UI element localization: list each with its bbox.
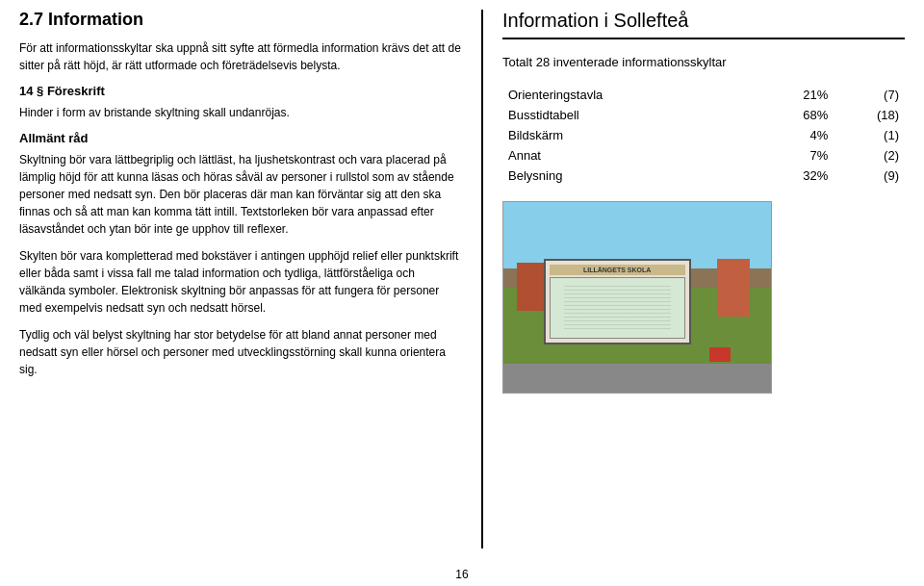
stat-pct: 4% — [762, 125, 834, 145]
allman-text-3: Tydlig och väl belyst skyltning har stor… — [19, 326, 462, 378]
foreskrift-text: Hinder i form av bristande skyltning ska… — [19, 104, 462, 121]
stats-row: Belysning32%(9) — [502, 166, 905, 186]
stats-row: Orienteringstavla21%(7) — [502, 85, 905, 105]
allman-text-2: Skylten bör vara kompletterad med bokstä… — [19, 247, 462, 317]
sign-map — [550, 277, 685, 339]
intro-paragraph: För att informationsskyltar ska uppnå si… — [19, 39, 462, 74]
stats-row: Bildskärm4%(1) — [502, 125, 905, 145]
sign-board: LILLÄNGETS SKOLA — [544, 259, 691, 344]
stat-pct: 68% — [762, 105, 834, 125]
stat-count: (7) — [834, 85, 905, 105]
stat-label: Bildskärm — [502, 125, 762, 145]
stat-label: Belysning — [502, 166, 762, 186]
stats-row: Busstidtabell68%(18) — [502, 105, 905, 125]
right-column: Information i Sollefteå Totalt 28 invent… — [481, 10, 905, 548]
totals-text: Totalt 28 inventerade informationsskylta… — [502, 55, 905, 69]
stat-label: Busstidtabell — [502, 105, 762, 125]
stat-pct: 7% — [762, 145, 834, 166]
section-heading: 2.7 Information — [19, 10, 462, 30]
photo-container: LILLÄNGETS SKOLA — [502, 201, 772, 394]
building-right — [717, 259, 749, 316]
stat-label: Orienteringstavla — [502, 85, 762, 105]
stat-pct: 32% — [762, 166, 834, 186]
allman-subtitle: Allmänt råd — [19, 131, 462, 145]
car — [709, 347, 731, 363]
stat-count: (2) — [834, 145, 905, 166]
photo-background: LILLÄNGETS SKOLA — [503, 202, 771, 393]
stat-count: (9) — [834, 166, 905, 186]
allman-text-1: Skyltning bör vara lättbegriplig och lät… — [19, 151, 462, 238]
right-heading: Information i Sollefteå — [502, 10, 905, 39]
stat-label: Annat — [502, 145, 762, 166]
left-column: 2.7 Information För att informationsskyl… — [19, 10, 462, 548]
page-number: 16 — [0, 558, 924, 586]
road — [503, 364, 771, 393]
stat-count: (18) — [834, 105, 905, 125]
stat-count: (1) — [834, 125, 905, 145]
building-left — [517, 263, 544, 311]
stats-row: Annat7%(2) — [502, 145, 905, 166]
stat-pct: 21% — [762, 85, 834, 105]
foreskrift-subtitle: 14 § Föreskrift — [19, 84, 462, 98]
sign-title-text: LILLÄNGETS SKOLA — [550, 265, 685, 275]
stats-table: Orienteringstavla21%(7)Busstidtabell68%(… — [502, 85, 905, 186]
